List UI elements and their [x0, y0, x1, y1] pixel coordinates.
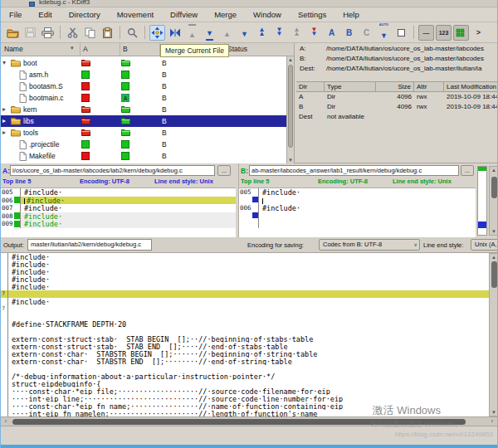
go-first-delta-button[interactable]: ▲	[184, 25, 200, 41]
merge-operation[interactable]: B	[162, 129, 167, 137]
next-delta-button[interactable]: ▼	[237, 25, 252, 41]
collapse-icon[interactable]: ▸	[2, 129, 6, 136]
scroll-left-icon[interactable]: ‹	[1, 417, 11, 426]
tree-row-tools[interactable]: ▸toolsB	[1, 127, 287, 139]
show-whitespace-button[interactable]: ---	[418, 25, 434, 41]
choose-b-button[interactable]: B	[341, 25, 357, 41]
tree-item-name: .projectile	[29, 140, 59, 149]
choose-c-button[interactable]: C	[359, 25, 374, 41]
column-header-a[interactable]: A	[83, 45, 88, 53]
prev-unsolved-conflict-button[interactable]: ▲▲	[289, 25, 305, 41]
scroll-down-icon[interactable]: ▼	[490, 410, 498, 415]
tree-scrollbar-thumb[interactable]	[288, 65, 293, 148]
info-table-cell: 4096	[376, 92, 414, 102]
line-end-style-label: Line end style:	[423, 241, 463, 249]
menu-item-settings[interactable]: Settings	[290, 7, 334, 22]
pane-a-browse-button[interactable]: ...	[217, 165, 231, 176]
column-b-state-icon	[121, 82, 129, 92]
encoding-select[interactable]: Codec from B: UTF-8	[319, 239, 420, 251]
diff-scrollbar-thumb[interactable]	[491, 177, 497, 198]
merge-operation[interactable]: B	[162, 105, 167, 114]
next-unsolved-conflict-button[interactable]: ▼▼	[306, 25, 322, 41]
menu-item-diffview[interactable]: Diffview	[162, 7, 206, 22]
scroll-up-icon[interactable]: ▲	[287, 57, 294, 62]
collapse-icon[interactable]: ▸	[2, 117, 6, 124]
column-header-b[interactable]: B	[123, 45, 128, 53]
column-b-state-icon	[121, 105, 130, 114]
go-current-delta-button[interactable]	[167, 25, 183, 41]
auto-advance-button[interactable]: AUTO▼	[376, 25, 392, 41]
tree-row-Makefile[interactable]: MakefileB	[1, 150, 287, 162]
show-line-numbers-button[interactable]: 123	[436, 25, 452, 41]
print-button[interactable]	[40, 25, 56, 41]
show-window-button[interactable]	[393, 25, 409, 41]
tree-row-asm.h[interactable]: asm.hB	[1, 69, 287, 80]
merge-current-file-button[interactable]	[149, 25, 165, 41]
toolbar-overflow-button[interactable]: >	[471, 25, 486, 41]
line-end-select[interactable]: Unix (A, B)	[471, 239, 498, 251]
scroll-right-icon[interactable]: ›	[487, 417, 497, 426]
merge-output-editor[interactable]: #include·#include·#include·#include·#inc…	[1, 253, 498, 416]
merge-operation[interactable]: B	[162, 59, 167, 67]
merge-scrollbar-thumb[interactable]	[491, 261, 497, 288]
menu-item-window[interactable]: Window	[245, 7, 290, 22]
merge-scrollbar[interactable]: ▲ ▼	[489, 253, 498, 416]
next-conflict-button[interactable]: ▼▼	[271, 25, 287, 41]
find-button[interactable]	[124, 25, 140, 41]
info-a-path: /home/DATA/liutian/os/ucore_os_lab-maste…	[326, 45, 484, 52]
column-header-name[interactable]: Name	[4, 45, 23, 53]
copy-button[interactable]	[82, 25, 98, 41]
pane-b-editor[interactable]: 005#include·006#include·	[239, 187, 476, 237]
merge-code-line: #include·	[1, 268, 498, 275]
tree-row-bootmain.c[interactable]: bootmain.cAB	[1, 92, 287, 104]
tree-row-kern[interactable]: ▸kernB	[1, 104, 287, 115]
pane-b-browse-button[interactable]: ...	[461, 165, 474, 176]
word-wrap-button[interactable]	[453, 25, 469, 41]
scroll-down-icon[interactable]: ▼	[490, 229, 498, 234]
tree-row-bootasm.S[interactable]: bootasm.SB	[1, 80, 287, 92]
tree-row-.projectile[interactable]: .projectileB	[1, 139, 287, 150]
output-path-input[interactable]: master/liutian/lab2/kern/debug/kdebug.c	[27, 239, 152, 251]
scroll-up-icon[interactable]: ▲	[490, 255, 498, 260]
merge-operation[interactable]: B	[162, 94, 167, 102]
menu-item-directory[interactable]: Directory	[61, 7, 109, 22]
pane-a-editor[interactable]: 005#include·006#include·007#include·008#…	[1, 187, 236, 237]
toolbar-separator	[144, 26, 145, 39]
menu-item-merge[interactable]: Merge	[206, 7, 245, 22]
menu-item-file[interactable]: File	[1, 7, 30, 22]
scroll-up-icon[interactable]: ▲	[490, 168, 498, 173]
tree-scrollbar[interactable]: ▲ ▼	[286, 56, 294, 163]
choose-a-button[interactable]: A	[324, 25, 339, 41]
column-b-state-icon	[121, 129, 130, 138]
overview-added-marker	[478, 167, 486, 171]
open-button[interactable]	[5, 25, 21, 41]
save-button[interactable]	[22, 25, 38, 41]
pane-b-lineend: Line end style: Unix	[393, 178, 452, 185]
scroll-down-icon[interactable]: ▼	[287, 158, 294, 163]
merge-operation[interactable]: B	[162, 140, 167, 149]
prev-delta-button[interactable]: ▲	[219, 25, 235, 41]
merge-operation[interactable]: B	[162, 117, 167, 125]
diff-scrollbar[interactable]: ▲ ▼	[489, 166, 498, 236]
menu-item-movement[interactable]: Movement	[109, 7, 162, 22]
merge-code-line: /*·debug·information·about·a·particular·…	[1, 373, 498, 380]
merge-operation[interactable]: B	[162, 82, 167, 90]
menu-item-edit[interactable]: Edit	[30, 7, 60, 22]
diff-gap-line	[239, 197, 476, 205]
menu-item-help[interactable]: Help	[334, 7, 368, 22]
merge-operation[interactable]: B	[162, 71, 167, 79]
tree-row-boot[interactable]: ▾bootB	[1, 57, 287, 69]
tree-row-libs[interactable]: ▸libsB	[1, 115, 287, 127]
file-tree[interactable]: Name ▾ A B Status ▾bootBasm.hBbootasm.SB…	[1, 43, 295, 163]
collapse-icon[interactable]: ▸	[2, 105, 6, 113]
pane-b-path-input[interactable]: ab-master/labcodes_answer/lab1_result/ke…	[249, 165, 459, 176]
expand-icon[interactable]: ▾	[2, 59, 6, 66]
prev-conflict-button[interactable]: ▲▲	[254, 25, 270, 41]
go-last-delta-button[interactable]: ▼	[202, 25, 217, 41]
cut-button[interactable]	[65, 25, 81, 41]
pane-a-path-input[interactable]: l/os/ucore_os_lab-master/labcodes/lab2/k…	[10, 165, 215, 176]
merge-operation[interactable]: B	[162, 152, 167, 160]
column-header-status[interactable]: Status	[227, 45, 247, 53]
paste-button[interactable]	[100, 25, 115, 41]
diff-overview-column[interactable]	[477, 166, 487, 236]
